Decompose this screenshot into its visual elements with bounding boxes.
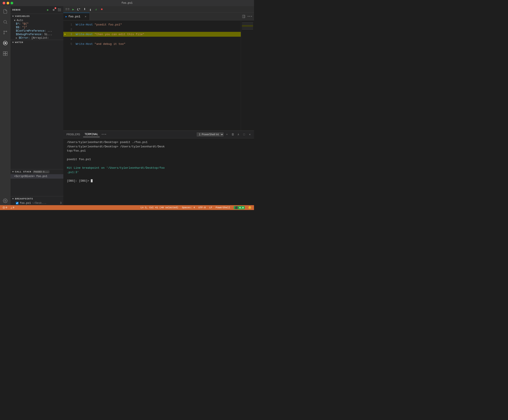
var-item[interactable]: $DebugPreference: Si... <box>11 33 63 36</box>
terminal-line: psedit foo.ps1 <box>67 157 250 162</box>
status-position[interactable]: Ln 3, Col 41 (40 selected) <box>140 206 179 209</box>
breakpoint-checkbox[interactable] <box>16 202 18 204</box>
svg-rect-11 <box>3 52 5 53</box>
code-line-1: 1 Write-Host "psedit foo.ps1" <box>63 22 241 27</box>
terminal-more-button[interactable]: ••• <box>101 133 106 136</box>
watch-chevron: ▼ <box>12 41 14 44</box>
callstack-item[interactable]: <ScriptBlock> foo.ps1 <box>11 174 63 179</box>
watch-label: WATCH <box>15 41 23 44</box>
files-icon[interactable] <box>2 8 9 15</box>
status-bar: ⓪ 0 △ 0 Ln 3, Col 41 (40 selected) Space… <box>0 205 254 210</box>
settings-icon[interactable] <box>2 198 9 205</box>
continue-button[interactable]: ▶ <box>71 7 76 12</box>
variables-header[interactable]: ▼ VARIABLES <box>11 14 63 19</box>
watch-header[interactable]: ▼ WATCH <box>11 40 63 45</box>
debug-gear-button[interactable]: ⚙ 1 <box>52 8 56 12</box>
more-actions-button[interactable]: ••• <box>247 14 252 19</box>
terminal-delete-button[interactable]: 🗑 <box>230 132 235 137</box>
callstack-section: ▼ CALL STACK PAUSED O... <ScriptBlock> f… <box>11 169 63 196</box>
svg-point-3 <box>4 33 5 34</box>
terminal-close-button[interactable]: ✕ <box>247 132 252 137</box>
maximize-button[interactable] <box>11 2 13 4</box>
window-controls <box>3 2 13 4</box>
tab-name: foo.ps1 <box>68 15 82 18</box>
stop-button[interactable]: ■ <box>99 7 104 12</box>
toolbar-drag-handle[interactable]: ⠿⠿ <box>65 7 70 12</box>
status-eol[interactable]: LF <box>208 206 213 209</box>
breakpoints-header[interactable]: ▼ BREAKPOINTS <box>11 196 63 201</box>
status-encoding[interactable]: UTF-8 <box>197 206 207 209</box>
terminal-panel: PROBLEMS TERMINAL ••• 1: PowerShell Int … <box>63 130 254 205</box>
step-into-button[interactable] <box>82 7 87 12</box>
warning-icon: △ <box>11 206 12 209</box>
debug-run-icon[interactable] <box>2 40 9 47</box>
minimize-button[interactable] <box>7 2 9 4</box>
terminal-header: PROBLEMS TERMINAL ••• 1: PowerShell Int … <box>63 131 254 138</box>
var-item[interactable]: $^: "@{" <box>11 22 63 26</box>
code-line-4: 4 <box>63 37 241 42</box>
code-editor-container: 1 Write-Host "psedit foo.ps1" 2 ➤ <box>63 21 254 130</box>
callstack-label: CALL STACK <box>15 170 31 173</box>
callstack-header[interactable]: ▼ CALL STACK PAUSED O... <box>11 169 63 174</box>
terminal-maximize-button[interactable]: □ <box>242 132 247 137</box>
auto-label: Auto <box>17 19 23 22</box>
search-icon[interactable] <box>2 18 9 25</box>
line-number-3: 3 <box>67 33 76 36</box>
terminal-line-breakpoint-2: .ps1:3' <box>67 170 250 175</box>
callstack-chevron: ▼ <box>12 171 14 173</box>
terminal-cursor <box>91 179 93 182</box>
titlebar: foo.ps1 <box>0 0 254 6</box>
split-editor-button[interactable] <box>241 14 246 19</box>
var-item[interactable]: $$: "}" <box>11 26 63 29</box>
breakpoint-item[interactable]: foo.ps1 ~/Desk... 3 <box>11 201 63 205</box>
step-out-button[interactable] <box>88 7 93 12</box>
terminal-instance-select[interactable]: 1: PowerShell Int <box>197 132 224 137</box>
terminal-new-button[interactable]: + <box>224 132 229 137</box>
terminal-dropdown: 1: PowerShell Int + 🗑 ∧ □ ✕ <box>197 132 252 137</box>
status-spaces[interactable]: Spaces: 4 <box>181 206 196 209</box>
source-control-icon[interactable] <box>2 29 9 36</box>
line-content-3: Write-Host "then you can edit this file" <box>76 33 237 36</box>
var-item[interactable]: ▶ $Error: [ArrayList: <box>11 36 63 40</box>
debug-toolbar: ⠿⠿ ▶ ↺ ■ <box>63 6 254 13</box>
tab-terminal[interactable]: TERMINAL <box>83 132 99 137</box>
status-ps-version[interactable]: ⬛ 6.0 <box>233 206 246 209</box>
minimap <box>241 21 254 130</box>
svg-rect-12 <box>6 52 7 53</box>
code-editor[interactable]: 1 Write-Host "psedit foo.ps1" 2 ➤ <box>63 21 241 130</box>
debug-terminal-button[interactable]: ⬛ <box>57 8 62 12</box>
terminal-line: /Users/tylerleonhardt/Desktop> /Users/ty… <box>67 145 250 149</box>
close-button[interactable] <box>3 2 5 4</box>
status-warning-count[interactable]: △ 0 <box>10 206 15 209</box>
code-line-3: ➤ 3 Write-Host "then you can edit this f… <box>63 32 241 37</box>
extensions-icon[interactable] <box>2 50 9 57</box>
svg-point-2 <box>4 31 5 32</box>
breakpoints-section: ▼ BREAKPOINTS foo.ps1 ~/Desk... 3 <box>11 196 63 205</box>
status-emoji[interactable]: 😊 <box>247 206 252 209</box>
callstack-badge: PAUSED O... <box>33 170 50 173</box>
svg-rect-13 <box>3 54 5 56</box>
breakpoint-area-3: ➤ <box>63 33 67 36</box>
svg-rect-14 <box>6 54 7 56</box>
terminal-content[interactable]: /Users/tylerleonhardt/Desktop> psedit ./… <box>63 138 254 205</box>
window-title: foo.ps1 <box>121 1 132 5</box>
step-over-button[interactable] <box>76 7 81 12</box>
auto-subsection[interactable]: ▼ Auto <box>11 19 63 22</box>
terminal-line: /Users/tylerleonhardt/Desktop> psedit ./… <box>67 140 250 145</box>
tab-foo-ps1[interactable]: ▶ foo.ps1 ✕ <box>63 13 90 20</box>
terminal-collapse-button[interactable]: ∧ <box>236 132 241 137</box>
debug-play-button[interactable]: ▶ <box>46 8 50 12</box>
var-item[interactable]: $ConfirmPreference: ... <box>11 29 63 33</box>
status-error-count[interactable]: ⓪ 0 <box>2 206 8 209</box>
tab-problems[interactable]: PROBLEMS <box>65 132 81 137</box>
status-language[interactable]: PowerShell <box>215 206 231 209</box>
ps-version-badge: ⬛ 6.0 <box>234 206 245 209</box>
line-content-1: Write-Host "psedit foo.ps1" <box>76 23 237 26</box>
code-line-2: 2 <box>63 27 241 32</box>
tab-bar: ▶ foo.ps1 ✕ ••• <box>63 13 254 21</box>
restart-button[interactable]: ↺ <box>94 7 98 12</box>
tab-close-button[interactable]: ✕ <box>84 15 87 18</box>
debug-label: DEBUG <box>12 8 45 11</box>
breakpoints-chevron: ▼ <box>12 198 14 200</box>
callstack-empty-space <box>11 179 63 196</box>
